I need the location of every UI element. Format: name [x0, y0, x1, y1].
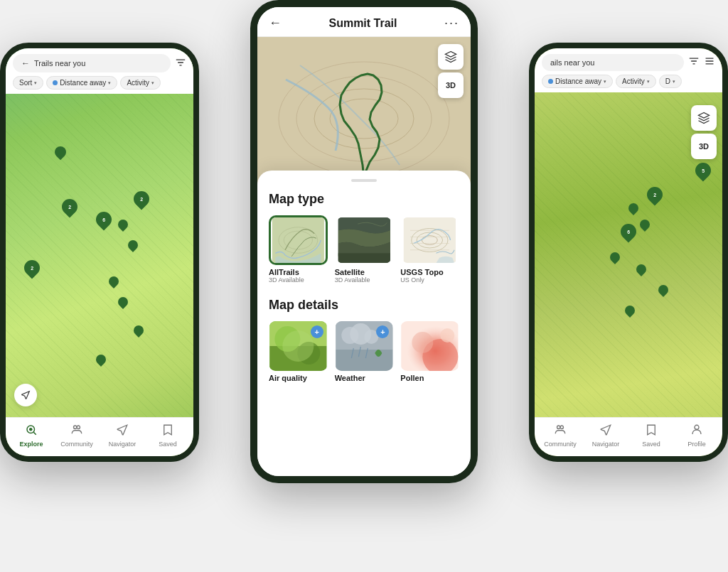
svg-line-5 [33, 432, 36, 434]
location-button[interactable] [14, 384, 37, 406]
right-nav-navigator-label: Navigator [592, 441, 620, 448]
detail-pollen[interactable]: Pollen [400, 321, 459, 382]
right-layers-button[interactable] [691, 105, 717, 131]
map-type-satellite[interactable]: Satellite 3D Available [335, 215, 394, 284]
right-nav-community-label: Community [544, 441, 577, 448]
map-type-alltrails[interactable]: AllTrails 3D Available [269, 215, 328, 284]
right-bottom-nav: Community Navigator Saved Profile [535, 417, 722, 456]
alltrails-name: AllTrails [269, 268, 328, 276]
right-map-bg: 5 6 2 3D [535, 48, 722, 456]
right-community-icon [554, 423, 567, 439]
map-type-usgs[interactable]: USGS Topo US Only [400, 215, 459, 284]
search-row: ← Trails near you [13, 54, 186, 72]
nav-community-label: Community [60, 441, 93, 448]
sheet-handle [351, 179, 377, 182]
nav-navigator[interactable]: Navigator [100, 423, 145, 448]
right-navigator-icon [599, 423, 612, 439]
svg-point-44 [412, 332, 434, 353]
svg-point-31 [282, 330, 314, 362]
distance-chip[interactable]: Distance away ▾ [46, 76, 117, 90]
center-phone: ← Summit Trail ··· [250, 0, 478, 483]
right-nav-navigator[interactable]: Navigator [583, 423, 628, 448]
nav-saved[interactable]: Saved [145, 423, 191, 448]
svg-rect-17 [338, 253, 390, 263]
search-text: Trails near you [34, 59, 85, 68]
pollen-label: Pollen [400, 374, 459, 382]
right-nav-saved[interactable]: Saved [628, 423, 674, 448]
right-filter-icon[interactable] [688, 56, 700, 69]
right-extra-chip[interactable]: D ▾ [659, 75, 682, 88]
back-button[interactable]: ← [269, 16, 282, 31]
alltrails-thumbnail [269, 215, 328, 265]
layers-button[interactable] [438, 44, 464, 70]
air-quality-badge: + [311, 325, 323, 338]
usgs-thumbnail [400, 215, 459, 265]
search-bar[interactable]: ← Trails near you [13, 54, 171, 72]
air-quality-label: Air quality [269, 374, 328, 382]
weather-thumbnail: + [335, 321, 394, 371]
saved-icon [161, 423, 174, 439]
right-distance-chip[interactable]: Distance away ▾ [542, 75, 613, 88]
right-topbar: ails near you [535, 48, 722, 92]
right-threed-button[interactable]: 3D [691, 134, 717, 159]
right-nav-profile-label: Profile [687, 441, 706, 448]
satellite-sub: 3D Available [335, 276, 394, 284]
svg-point-4 [29, 428, 33, 431]
right-nav-profile[interactable]: Profile [674, 423, 719, 448]
community-icon [70, 423, 83, 439]
svg-point-6 [74, 426, 77, 429]
left-phone: 2 2 6 2 ← Trails near [0, 43, 199, 462]
filter-icon[interactable] [175, 58, 186, 70]
satellite-thumbnail [335, 215, 394, 265]
map-details-title: Map details [269, 298, 459, 313]
bottom-sheet: Map type [257, 171, 471, 476]
map-type-grid: AllTrails 3D Available [269, 215, 459, 284]
right-saved-icon [645, 423, 658, 439]
pollen-thumbnail [400, 321, 459, 371]
activity-chip[interactable]: Activity ▾ [120, 76, 161, 90]
right-profile-icon [690, 423, 703, 439]
threed-button[interactable]: 3D [438, 72, 464, 98]
left-topbar: ← Trails near you Sort ▾ [6, 48, 193, 94]
sort-chip[interactable]: Sort ▾ [13, 76, 43, 90]
air-quality-thumbnail: + [269, 321, 328, 371]
map-details-grid: + Air quality [269, 321, 459, 382]
right-nav-community[interactable]: Community [537, 423, 583, 448]
svg-point-45 [441, 328, 455, 342]
svg-rect-34 [336, 350, 392, 371]
right-nav-saved-label: Saved [642, 441, 660, 448]
svg-point-54 [695, 425, 699, 429]
more-button[interactable]: ··· [444, 16, 459, 31]
navigator-icon [116, 423, 129, 439]
right-search-row: ails near you [542, 54, 715, 71]
back-arrow-icon: ← [21, 58, 30, 68]
filter-chips: Sort ▾ Distance away ▾ Activity ▾ [13, 76, 186, 90]
weather-label: Weather [335, 374, 394, 382]
trail-title: Summit Trail [328, 17, 397, 30]
svg-point-7 [77, 426, 80, 429]
left-map-bg: 2 2 6 2 [6, 48, 193, 456]
satellite-name: Satellite [335, 268, 394, 276]
usgs-name: USGS Topo [400, 268, 459, 276]
usgs-sub: US Only [400, 276, 459, 284]
right-map-controls: 3D [691, 105, 717, 159]
right-filter-chips: Distance away ▾ Activity ▾ D ▾ [542, 75, 715, 88]
nav-explore-label: Explore [19, 441, 43, 448]
map-type-title: Map type [269, 192, 459, 207]
explore-icon [25, 423, 38, 439]
right-activity-chip[interactable]: Activity ▾ [616, 75, 656, 88]
svg-point-53 [560, 426, 564, 429]
right-search-text: ails near you [550, 58, 594, 67]
alltrails-sub: 3D Available [269, 276, 328, 284]
map-controls: 3D [438, 44, 464, 98]
right-search-bar[interactable]: ails near you [542, 54, 684, 71]
right-list-icon[interactable] [704, 56, 715, 69]
nav-saved-label: Saved [159, 441, 177, 448]
detail-weather[interactable]: + Weather [335, 321, 394, 382]
center-header: ← Summit Trail ··· [257, 7, 471, 37]
nav-explore[interactable]: Explore [9, 423, 54, 448]
nav-community[interactable]: Community [54, 423, 100, 448]
left-bottom-nav: Explore Community Navigator Saved [6, 417, 193, 456]
nav-navigator-label: Navigator [109, 441, 136, 448]
detail-air-quality[interactable]: + Air quality [269, 321, 328, 382]
